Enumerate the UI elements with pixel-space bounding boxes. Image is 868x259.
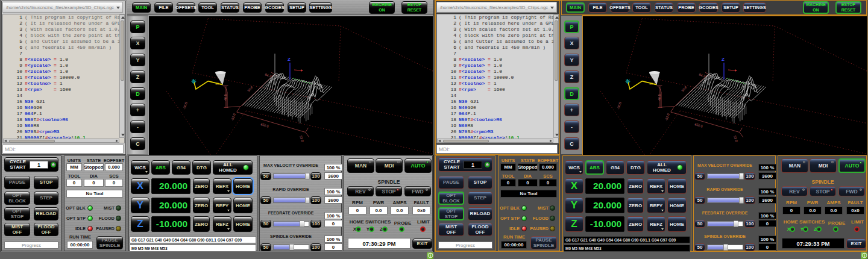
svg-text:Z: Z (288, 57, 291, 62)
svg-text:40.5: 40.5 (658, 94, 661, 101)
svg-text:40.5: 40.5 (224, 94, 227, 101)
svg-text:Z: Z (722, 57, 725, 62)
